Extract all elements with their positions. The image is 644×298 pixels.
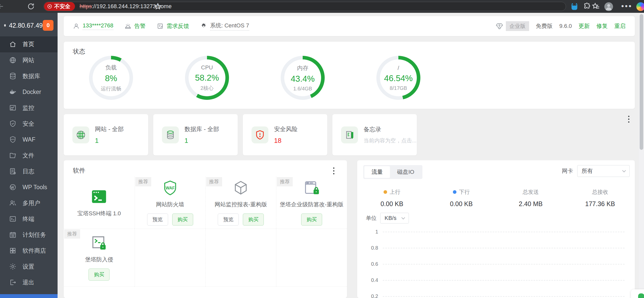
memo-placeholder[interactable]: 当前内容为空，点击...	[364, 137, 417, 144]
sidebar-item-logout[interactable]: 退出	[0, 274, 58, 290]
version-label: 9.6.0	[559, 23, 572, 29]
refresh-icon[interactable]	[27, 3, 35, 10]
stat-label: 下行	[459, 188, 470, 196]
nic-select[interactable]: 所有	[577, 165, 630, 177]
repair-link[interactable]: 修复	[596, 22, 608, 30]
sidebar-item-multiuser[interactable]: 多用户	[0, 195, 58, 211]
support-chat-button[interactable]	[631, 289, 644, 298]
down-dot-icon	[453, 190, 456, 194]
gauge-ring: CPU58.2%2核心	[185, 56, 229, 100]
enterprise-badge[interactable]: 企业版	[506, 21, 529, 31]
bookmark-star-icon[interactable]	[154, 3, 162, 10]
restart-link[interactable]: 重启	[614, 22, 626, 30]
sidebar-item-security[interactable]: 安全	[0, 116, 58, 132]
copilot-icon[interactable]	[636, 2, 644, 11]
sidebar-item-terminal[interactable]: 终端	[0, 211, 58, 227]
tab-disk-io[interactable]: 磁盘IO	[390, 166, 421, 178]
server-ip[interactable]: 42.80.67.49	[9, 22, 43, 29]
gauge-ring: 内存43.4%1.6/4GB	[281, 56, 325, 100]
terminal-icon	[9, 215, 16, 222]
tab-traffic[interactable]: 流量	[364, 166, 390, 178]
software-item-tamper-proof[interactable]: 推荐 堡塔企业级防篡改-重构版 购买	[276, 177, 347, 229]
preview-button[interactable]: 预览	[218, 214, 239, 226]
alarm-label[interactable]: 告警	[134, 22, 146, 30]
card-security-risks[interactable]: 安全风险18	[243, 114, 327, 155]
software-item-ssh-terminal[interactable]: 宝塔SSH终端 1.0	[64, 177, 135, 229]
cards-menu-icon[interactable]	[628, 116, 630, 123]
card-value[interactable]: 1	[184, 137, 219, 145]
system-label[interactable]: 系统: CentOS 7	[210, 22, 249, 30]
scrollbar-thumb[interactable]	[640, 14, 643, 150]
profile-avatar[interactable]	[604, 2, 613, 11]
sidebar-item-waf[interactable]: WAF WAF	[0, 132, 58, 147]
address-bar[interactable]: 不安全 https://192.168.244.129:13273/home	[43, 2, 566, 11]
buy-button[interactable]: 购买	[89, 269, 110, 281]
sidebar-item-wp-tools[interactable]: WP Tools	[0, 179, 58, 195]
software-item-intrusion[interactable]: 推荐 堡塔防入侵 购买	[64, 229, 135, 287]
sidebar-item-files[interactable]: 文件	[0, 147, 58, 163]
buy-button[interactable]: 购买	[172, 214, 193, 226]
stat-downstream: 下行 0.00 KB	[427, 188, 496, 208]
alarm-icon	[125, 23, 131, 29]
sidebar-item-database[interactable]: 数据库	[0, 68, 58, 84]
sidebar-item-website[interactable]: 网站	[0, 52, 58, 68]
status-title: 状态	[73, 47, 85, 56]
stat-label: 总发送	[523, 188, 539, 196]
account-link[interactable]: 133****2768	[73, 22, 113, 30]
cube-icon	[233, 180, 249, 196]
stat-value: 177.36 KB	[585, 200, 615, 208]
gauge-value: 58.2%	[195, 73, 219, 83]
diamond-icon	[496, 22, 503, 30]
message-count-badge[interactable]: 0	[43, 20, 53, 31]
sidebar-item-settings[interactable]: 设置	[0, 259, 58, 274]
gauge-title: 内存	[297, 64, 308, 72]
alarm-link[interactable]: 告警	[125, 22, 146, 30]
card-databases[interactable]: 数据库 - 全部1	[153, 114, 238, 155]
page-scrollbar[interactable]	[639, 13, 644, 298]
buy-button[interactable]: 购买	[301, 214, 322, 226]
card-websites[interactable]: 网站 - 全部1	[64, 114, 148, 155]
gauge-value: 43.4%	[291, 74, 315, 84]
users-icon	[9, 199, 16, 207]
sidebar-item-docker[interactable]: Docker	[0, 84, 58, 100]
not-secure-badge[interactable]: 不安全	[44, 2, 75, 11]
unit-selector: 单位 KB/s	[366, 213, 409, 223]
traffic-chart: 1 0.8 0.6 0.4 0.2	[363, 227, 629, 298]
card-title: 备忘录	[364, 125, 417, 133]
feedback-label[interactable]: 需求反馈	[167, 22, 189, 30]
software-name: 宝塔SSH终端 1.0	[77, 210, 121, 217]
sidebar-item-logs[interactable]: 日志	[0, 163, 58, 179]
unit-select[interactable]: KB/s	[380, 213, 409, 223]
buy-button[interactable]: 购买	[243, 214, 264, 226]
card-memo[interactable]: 备忘录当前内容为空，点击...	[332, 114, 417, 155]
toolbar-divider	[587, 3, 587, 10]
card-value[interactable]: 1	[95, 137, 124, 145]
software-item-monitor-report[interactable]: 推荐 网站监控报表-重构版 预览 购买	[205, 177, 276, 229]
preview-button[interactable]: 预览	[147, 214, 168, 226]
gauge-ring: 负载8%运行流畅	[89, 56, 133, 100]
card-value[interactable]: 18	[274, 137, 298, 145]
sidebar-item-cron[interactable]: 计划任务	[0, 227, 58, 243]
software-item-waf[interactable]: 推荐 WAF 网站防火墙 预览 购买	[135, 177, 205, 229]
back-icon[interactable]	[0, 3, 5, 10]
logout-icon	[9, 279, 16, 286]
favorites-hub-icon[interactable]	[592, 2, 600, 11]
sidebar-item-monitor[interactable]: 监控	[0, 100, 58, 116]
sidebar-item-home[interactable]: 首页	[0, 36, 58, 52]
sidebar-item-label: 监控	[23, 104, 34, 112]
extension-cat-icon[interactable]	[570, 2, 579, 11]
software-name: 网站监控报表-重构版	[215, 201, 267, 208]
screen: 不安全 https://192.168.244.129:13273/home •…	[0, 0, 644, 298]
browser-menu-icon[interactable]: •••	[621, 5, 632, 8]
database-icon	[9, 72, 16, 80]
update-link[interactable]: 更新	[578, 22, 590, 30]
software-menu-icon[interactable]	[333, 167, 335, 174]
user-icon	[73, 23, 80, 29]
feedback-link[interactable]: 需求反馈	[157, 22, 189, 30]
system-info[interactable]: 系统: CentOS 7	[200, 22, 249, 30]
sidebar-item-appstore[interactable]: 软件商店	[0, 243, 58, 259]
monitor-panel: 流量 磁盘IO 网卡 所有 上行 0.00 KB 下行 0.00 KB	[357, 160, 635, 298]
not-secure-label: 不安全	[54, 3, 70, 10]
account-number[interactable]: 133****2768	[83, 22, 113, 30]
sidebar-item-label: 日志	[23, 167, 34, 175]
